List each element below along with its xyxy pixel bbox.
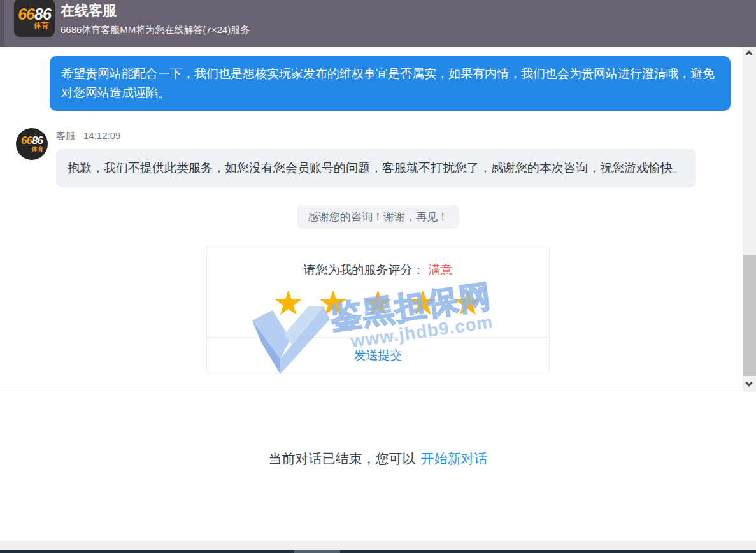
rating-prompt-line: 请您为我的服务评分：满意 [207, 262, 549, 278]
vertical-scrollbar[interactable] [743, 47, 756, 391]
brand-logo: 6686 体育 [14, 0, 55, 37]
star-icon[interactable]: ★ [408, 284, 438, 322]
agent-message-bubble: 抱歉，我们不提供此类服务，如您没有您会员账号的问题，客服就不打扰您了，感谢您的本… [56, 149, 696, 187]
scroll-up-arrow-icon[interactable] [745, 50, 752, 57]
message-timestamp: 14:12:09 [83, 130, 120, 141]
brand-logo-number: 6686 [18, 6, 51, 22]
brand-logo-sub: 体育 [34, 22, 49, 30]
rating-prompt: 请您为我的服务评分： [304, 263, 425, 276]
bottom-input-strip [0, 540, 756, 550]
agent-name: 客服 [56, 130, 75, 141]
avatar-logo-number: 6686 [21, 136, 43, 146]
header-texts: 在线客服 6686体育客服MM将为您在线解答(7×24)服务 [61, 0, 250, 37]
scrollbar-thumb[interactable] [743, 255, 756, 376]
star-icon[interactable]: ★ [318, 284, 348, 322]
rating-card: 请您为我的服务评分：满意 ★★★★★ 发送提交 [206, 247, 550, 373]
start-new-chat-link[interactable]: 开始新对话 [421, 451, 488, 466]
conversation-ended-section: 当前对话已结束，您可以开始新对话 [0, 391, 756, 540]
page-subtitle: 6686体育客服MM将为您在线解答(7×24)服务 [61, 23, 250, 37]
avatar-logo-sub: 体育 [32, 146, 43, 152]
bottom-bar [0, 550, 756, 553]
agent-message-body: 客服14:12:09 抱歉，我们不提供此类服务，如您没有您会员账号的问题，客服就… [56, 128, 696, 187]
submit-rating-button[interactable]: 发送提交 [207, 337, 549, 373]
scroll-down-arrow-icon[interactable] [745, 379, 752, 386]
star-icon[interactable]: ★ [273, 284, 303, 322]
header-left-edge [0, 0, 4, 47]
chat-header: 6686 体育 在线客服 6686体育客服MM将为您在线解答(7×24)服务 [0, 0, 756, 47]
user-message-bubble: 希望贵网站能配合一下，我们也是想核实玩家发布的维权事宜是否属实，如果有内情，我们… [50, 56, 731, 111]
agent-meta: 客服14:12:09 [56, 128, 696, 142]
page-title: 在线客服 [61, 1, 250, 20]
rating-card-top: 请您为我的服务评分：满意 ★★★★★ [207, 247, 549, 337]
agent-avatar: 6686 体育 [16, 128, 48, 160]
agent-message-row: 6686 体育 客服14:12:09 抱歉，我们不提供此类服务，如您没有您会员账… [0, 128, 756, 187]
star-row: ★★★★★ [207, 284, 549, 324]
system-message-bubble: 感谢您的咨询！谢谢，再见！ [297, 205, 459, 229]
star-icon[interactable]: ★ [362, 284, 393, 322]
conversation-ended-text: 当前对话已结束，您可以 [269, 451, 416, 466]
bottom-bar-segment[interactable] [294, 550, 340, 553]
chat-message-area: 希望贵网站能配合一下，我们也是想核实玩家发布的维权事宜是否属实，如果有内情，我们… [0, 47, 756, 391]
rating-selected-label: 满意 [429, 263, 453, 276]
star-icon[interactable]: ★ [452, 284, 483, 322]
